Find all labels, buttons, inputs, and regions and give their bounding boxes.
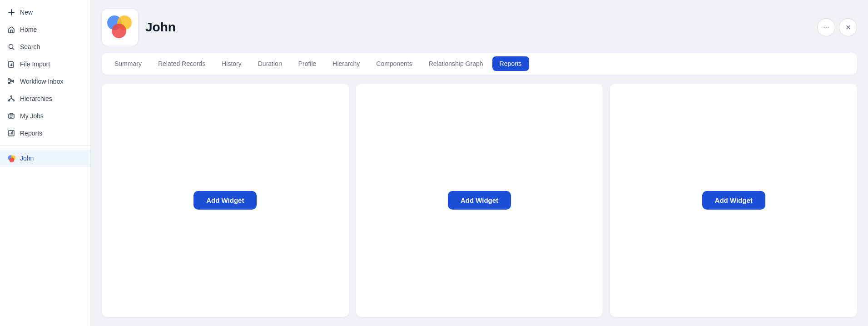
venn-red-circle bbox=[112, 24, 126, 38]
avatar-icon bbox=[7, 154, 15, 162]
more-options-button[interactable]: ··· bbox=[817, 18, 835, 36]
sidebar-item-john[interactable]: John bbox=[0, 150, 90, 167]
main-content: John ··· ✕ Summary Related Records Histo… bbox=[91, 0, 868, 326]
hierarchies-icon bbox=[7, 95, 15, 103]
sidebar: New Home Search File Import bbox=[0, 0, 91, 326]
add-widget-button-1[interactable]: Add Widget bbox=[193, 191, 257, 210]
sidebar-item-my-jobs[interactable]: My Jobs bbox=[0, 107, 90, 125]
reports-icon bbox=[7, 129, 15, 137]
tab-hierarchy[interactable]: Hierarchy bbox=[325, 56, 367, 71]
close-button[interactable]: ✕ bbox=[839, 18, 857, 36]
tab-profile[interactable]: Profile bbox=[291, 56, 324, 71]
sidebar-item-home[interactable]: Home bbox=[0, 21, 90, 38]
record-header-left: John bbox=[102, 9, 176, 45]
jobs-icon bbox=[7, 112, 15, 120]
tabs-container: Summary Related Records History Duration… bbox=[91, 45, 868, 75]
widget-card-3: Add Widget bbox=[610, 84, 857, 317]
tab-components[interactable]: Components bbox=[369, 56, 419, 71]
widget-card-2: Add Widget bbox=[356, 84, 603, 317]
tab-duration[interactable]: Duration bbox=[251, 56, 289, 71]
tab-reports[interactable]: Reports bbox=[492, 56, 529, 71]
tab-history[interactable]: History bbox=[214, 56, 249, 71]
record-title: John bbox=[145, 20, 176, 35]
sidebar-item-reports[interactable]: Reports bbox=[0, 125, 90, 142]
sidebar-item-workflow-inbox[interactable]: Workflow Inbox bbox=[0, 73, 90, 90]
tab-summary[interactable]: Summary bbox=[107, 56, 149, 71]
sidebar-item-new[interactable]: New bbox=[0, 4, 90, 21]
sidebar-item-search[interactable]: Search bbox=[0, 38, 90, 55]
plus-icon bbox=[7, 8, 15, 16]
add-widget-button-3[interactable]: Add Widget bbox=[702, 191, 765, 210]
add-widget-button-2[interactable]: Add Widget bbox=[448, 191, 511, 210]
record-header-actions: ··· ✕ bbox=[817, 18, 857, 36]
home-icon bbox=[7, 25, 15, 34]
tab-related-records[interactable]: Related Records bbox=[151, 56, 213, 71]
widget-card-1: Add Widget bbox=[102, 84, 349, 317]
workflow-icon bbox=[7, 77, 15, 85]
search-icon bbox=[7, 43, 15, 51]
venn-diagram bbox=[107, 15, 133, 39]
sidebar-divider bbox=[0, 145, 90, 146]
svg-point-11 bbox=[10, 158, 15, 163]
sidebar-item-file-import[interactable]: File Import bbox=[0, 55, 90, 73]
content-area: Add Widget Add Widget Add Widget bbox=[91, 75, 868, 326]
tabs: Summary Related Records History Duration… bbox=[102, 53, 857, 75]
record-icon bbox=[102, 9, 138, 45]
file-import-icon bbox=[7, 60, 15, 68]
tab-relationship-graph[interactable]: Relationship Graph bbox=[422, 56, 491, 71]
record-header: John ··· ✕ bbox=[91, 0, 868, 45]
sidebar-item-hierarchies[interactable]: Hierarchies bbox=[0, 90, 90, 107]
